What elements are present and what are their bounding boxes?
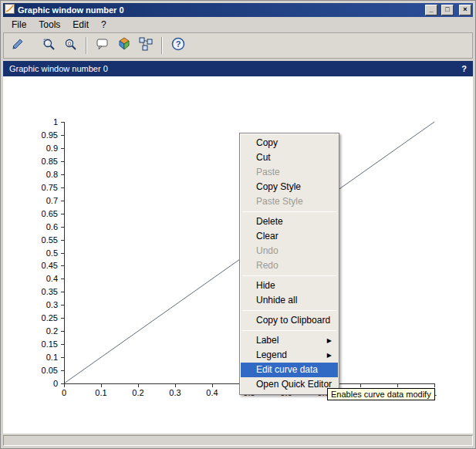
y-tick-label: 0.9 [3,143,58,153]
svg-text:?: ? [176,39,181,49]
context-menu-item-label: Redo [256,258,332,273]
context-menu-item-copy-style[interactable]: Copy Style [241,180,338,194]
subheader-help-button[interactable]: ? [461,64,467,73]
y-tick-label: 0.35 [3,287,58,296]
rotation-icon [116,36,132,55]
submenu-arrow-icon: ▶ [327,348,332,363]
context-menu-item-copy-to-clipboard[interactable]: Copy to Clipboard [241,313,338,328]
datatip-button[interactable] [93,35,113,56]
tooltip: Enables curve data modify [327,388,435,400]
y-tick [61,201,64,201]
y-tick-label: 0.25 [3,313,58,322]
y-tick [61,292,64,292]
y-tick [61,357,64,358]
x-tick [212,384,213,387]
toolbar: 0 [3,32,473,59]
y-tick-label: 1 [3,117,58,127]
unzoom-button[interactable]: 0 [60,35,80,56]
rotation-button[interactable] [114,35,134,56]
context-menu-item-open-quick-editor[interactable]: Open Quick Editor [241,377,338,392]
context-menu-item-unhide-all[interactable]: Unhide all [241,293,338,308]
minimize-button[interactable]: _ [425,5,437,15]
toolbar-separator [86,37,87,54]
context-menu-item-redo: Redo [241,258,338,273]
context-menu-item-label: Open Quick Editor [256,377,332,392]
y-axis-line [64,122,65,384]
menubar: FileToolsEdit? [3,17,473,32]
y-tick-label: 0.45 [3,261,58,270]
context-menu-item-cut[interactable]: Cut [241,150,338,165]
window-title: Graphic window number 0 [18,5,421,15]
context-menu-item-label[interactable]: Label▶ [241,333,338,348]
context-menu-item-label: Paste Style [256,194,332,209]
y-tick-label: 0 [3,379,58,388]
y-tick-label: 0.85 [3,157,58,166]
menu-item-help[interactable]: ? [96,19,112,31]
y-tick [61,331,64,332]
subheader: Graphic window number 0 ? [3,61,473,76]
context-menu-item-label: Copy to Clipboard [256,313,332,328]
y-tick [61,174,64,175]
x-tick [64,384,65,387]
zoom-area-button[interactable] [39,35,59,56]
y-tick-label: 0.4 [3,274,58,283]
context-menu-item-paste-style: Paste Style [241,194,338,209]
context-menu-item-label: Unhide all [256,293,332,308]
context-menu-item-label: Cut [256,150,332,165]
y-tick [61,344,64,345]
context-menu-item-label: Copy [256,136,332,150]
y-tick-label: 0.6 [3,222,58,231]
y-tick [61,370,64,371]
context-menu-item-copy[interactable]: Copy [241,136,338,150]
zoom-area-icon [41,36,56,55]
menu-item-file[interactable]: File [6,19,32,31]
statusbar [3,435,473,446]
app-window: Graphic window number 0 _ □ × FileToolsE… [0,0,476,449]
y-tick [61,187,64,188]
close-button[interactable]: × [459,5,471,15]
help-icon: ? [170,36,186,55]
x-tick [360,384,361,387]
y-tick-label: 0.15 [3,339,58,349]
y-tick-label: 0.55 [3,235,58,245]
y-tick-label: 0.1 [3,353,58,362]
ged-button[interactable] [136,35,156,56]
context-menu-item-hide[interactable]: Hide [241,279,338,293]
x-tick-label: 0 [62,388,66,397]
y-tick [61,214,64,214]
menu-separator [242,211,336,212]
unzoom-icon: 0 [62,36,78,55]
context-menu-item-clear[interactable]: Clear [241,229,338,244]
menu-item-tools[interactable]: Tools [33,19,66,31]
y-tick-label: 0.8 [3,170,58,179]
toolbar-separator [161,37,163,54]
titlebar[interactable]: Graphic window number 0 _ □ × [3,3,473,17]
y-tick [61,279,64,279]
context-menu-item-paste: Paste [241,165,338,180]
export-button[interactable] [8,35,28,56]
context-menu-item-label: Legend [256,348,327,363]
context-menu-item-label: Delete [256,214,332,229]
context-menu-item-label: Label [256,333,327,348]
y-tick [61,265,64,266]
y-tick [61,135,64,136]
chart-canvas[interactable]: CopyCutPasteCopy StylePaste StyleDeleteC… [3,76,473,434]
menu-item-edit[interactable]: Edit [67,19,94,31]
menu-separator [242,330,336,331]
context-menu-item-delete[interactable]: Delete [241,214,338,229]
export-icon [10,36,25,55]
window-icon [5,3,15,17]
context-menu-item-legend[interactable]: Legend▶ [241,348,338,363]
help-button[interactable]: ? [168,35,188,56]
ged-icon [138,36,154,55]
subheader-title: Graphic window number 0 [9,64,108,73]
menu-separator [242,310,336,311]
y-tick [61,253,64,254]
submenu-arrow-icon: ▶ [327,333,332,348]
maximize-button[interactable]: □ [441,5,454,15]
y-tick [61,148,64,149]
menu-separator [242,275,336,276]
y-tick-label: 0.7 [3,196,58,205]
x-tick-label: 0.3 [169,388,181,397]
context-menu-item-edit-curve-data[interactable]: Edit curve data [241,363,338,377]
